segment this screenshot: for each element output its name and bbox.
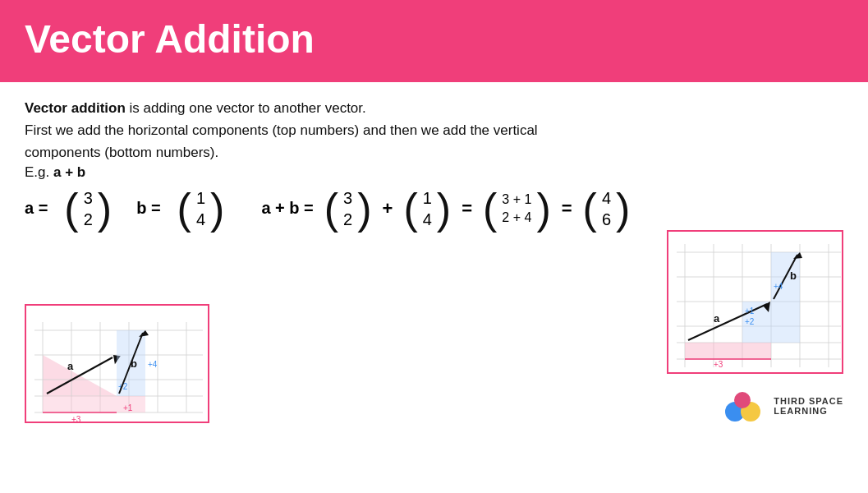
eq-equals2: = [562,198,572,219]
intro-rest: is adding one vector to another vector. [126,100,366,116]
bottom-area: a +2 +4 b +3 +1 [0,230,868,431]
svg-text:+3: +3 [71,415,81,423]
b-label: b = [136,199,160,218]
svg-text:+4: +4 [774,282,783,291]
svg-point-54 [734,392,751,408]
svg-text:+1: +1 [123,403,133,412]
a-bottom: 2 [84,210,93,229]
intro-paragraph: Vector addition is adding one vector to … [25,97,843,119]
bracket-left: ( [177,187,191,230]
diagram-right-svg: a b +2 +4 +1 +3 [668,232,843,374]
svg-text:a: a [714,312,720,325]
b-top: 1 [196,188,205,208]
eq-v2: ( 1 4 ) [403,187,451,230]
logo-icon [720,389,765,423]
intro-bold: Vector addition [25,100,126,116]
logo-line1: THIRD SPACE [774,396,843,406]
diagram-right: a b +2 +4 +1 +3 [667,230,843,374]
logo-line2: LEARNING [774,406,843,416]
svg-text:+1: +1 [745,306,755,316]
b-bottom: 4 [196,210,205,229]
svg-text:a: a [67,360,74,372]
svg-text:+2: +2 [745,317,755,326]
svg-text:b: b [131,357,137,370]
diagram-left: a +2 +4 b +3 +1 [25,304,209,423]
svg-rect-12 [43,396,117,412]
header-section: Vector Addition [0,0,868,82]
svg-text:+3: +3 [714,360,723,369]
bracket-right: ) [98,187,112,230]
eg-label: E.g. a + b [25,164,843,181]
vector-definitions: a = ( 3 2 ) b = ( 1 4 ) [25,187,228,230]
bracket-right: ) [210,187,224,230]
svg-text:b: b [790,270,797,282]
svg-text:+4: +4 [148,360,158,369]
diagram-left-svg: a +2 +4 b +3 +1 [26,306,209,423]
eq-v4: ( 4 6 ) [583,187,631,230]
eq-label: a + b = [261,199,313,218]
intro-line2: First we add the horizontal components (… [25,119,843,141]
vectors-equation-row: a = ( 3 2 ) b = ( 1 4 ) a + b = [25,187,843,230]
bracket-left: ( [64,187,78,230]
vector-a-matrix: ( 3 2 ) [64,187,112,230]
intro-line3: components (bottom numbers). [25,141,843,164]
a-top: 3 [84,188,93,208]
vector-equation: a + b = ( 3 2 ) + ( 1 4 ) = ( [261,187,634,230]
right-column: a b +2 +4 +1 +3 THIRD SPACE LE [667,230,843,423]
a-label: a = [25,199,48,218]
svg-rect-38 [685,343,771,359]
page-title: Vector Addition [25,16,843,62]
logo-text: THIRD SPACE LEARNING [774,396,843,416]
svg-rect-41 [771,252,800,343]
eq-plus: + [383,198,393,219]
vector-b-matrix: ( 1 4 ) [177,187,225,230]
eq-v1: ( 3 2 ) [324,187,372,230]
eg-expr: a + b [53,164,85,180]
logo-area: THIRD SPACE LEARNING [720,389,843,423]
eq-equals1: = [462,198,472,219]
eq-v3: ( 3 + 1 2 + 4 ) [483,187,551,230]
main-content: Vector addition is adding one vector to … [0,82,868,230]
